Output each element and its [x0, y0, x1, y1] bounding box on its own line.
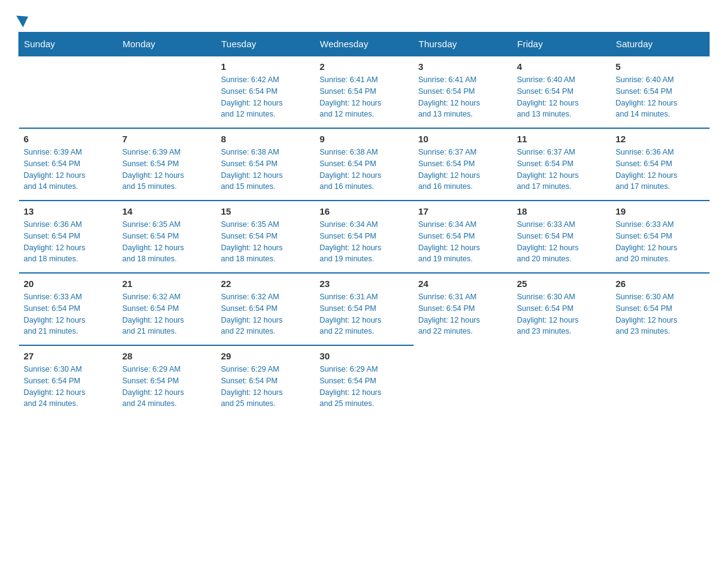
calendar-cell: 20Sunrise: 6:33 AM Sunset: 6:54 PM Dayli…	[19, 273, 118, 345]
day-of-week-header: Monday	[118, 33, 216, 56]
day-info: Sunrise: 6:40 AM Sunset: 6:54 PM Dayligh…	[616, 74, 705, 120]
day-info: Sunrise: 6:32 AM Sunset: 6:54 PM Dayligh…	[123, 291, 211, 337]
day-number: 2	[320, 61, 409, 72]
calendar-week-row: 13Sunrise: 6:36 AM Sunset: 6:54 PM Dayli…	[19, 201, 710, 273]
day-number: 6	[24, 134, 113, 144]
calendar-cell: 17Sunrise: 6:34 AM Sunset: 6:54 PM Dayli…	[414, 201, 512, 273]
calendar-cell: 9Sunrise: 6:38 AM Sunset: 6:54 PM Daylig…	[315, 128, 414, 201]
calendar-header-row: SundayMondayTuesdayWednesdayThursdayFrid…	[19, 33, 710, 56]
logo	[18, 12, 29, 26]
day-number: 21	[123, 278, 211, 289]
day-of-week-header: Sunday	[19, 33, 118, 56]
day-of-week-header: Tuesday	[216, 33, 315, 56]
calendar-cell: 10Sunrise: 6:37 AM Sunset: 6:54 PM Dayli…	[414, 128, 512, 201]
day-number: 9	[320, 134, 409, 144]
day-of-week-header: Wednesday	[315, 33, 414, 56]
day-info: Sunrise: 6:41 AM Sunset: 6:54 PM Dayligh…	[320, 74, 409, 120]
calendar-week-row: 6Sunrise: 6:39 AM Sunset: 6:54 PM Daylig…	[19, 128, 710, 201]
day-info: Sunrise: 6:39 AM Sunset: 6:54 PM Dayligh…	[24, 147, 113, 193]
day-number: 18	[517, 206, 606, 216]
day-info: Sunrise: 6:33 AM Sunset: 6:54 PM Dayligh…	[616, 219, 705, 265]
logo-name	[18, 12, 29, 26]
calendar-cell: 12Sunrise: 6:36 AM Sunset: 6:54 PM Dayli…	[611, 128, 710, 201]
day-number: 14	[123, 206, 211, 216]
day-number: 28	[123, 351, 211, 361]
day-info: Sunrise: 6:29 AM Sunset: 6:54 PM Dayligh…	[320, 364, 409, 410]
day-info: Sunrise: 6:36 AM Sunset: 6:54 PM Dayligh…	[24, 219, 113, 265]
day-info: Sunrise: 6:38 AM Sunset: 6:54 PM Dayligh…	[320, 147, 409, 193]
day-info: Sunrise: 6:34 AM Sunset: 6:54 PM Dayligh…	[320, 219, 409, 265]
calendar-cell: 15Sunrise: 6:35 AM Sunset: 6:54 PM Dayli…	[216, 201, 315, 273]
day-number: 4	[517, 61, 606, 72]
calendar-cell: 4Sunrise: 6:40 AM Sunset: 6:54 PM Daylig…	[512, 56, 611, 128]
calendar-cell: 7Sunrise: 6:39 AM Sunset: 6:54 PM Daylig…	[118, 128, 216, 201]
calendar-cell: 23Sunrise: 6:31 AM Sunset: 6:54 PM Dayli…	[315, 273, 414, 345]
calendar-cell: 2Sunrise: 6:41 AM Sunset: 6:54 PM Daylig…	[315, 56, 414, 128]
calendar-cell: 29Sunrise: 6:29 AM Sunset: 6:54 PM Dayli…	[216, 345, 315, 417]
calendar-cell: 21Sunrise: 6:32 AM Sunset: 6:54 PM Dayli…	[118, 273, 216, 345]
calendar-cell: 18Sunrise: 6:33 AM Sunset: 6:54 PM Dayli…	[512, 201, 611, 273]
day-number: 27	[24, 351, 113, 361]
day-info: Sunrise: 6:35 AM Sunset: 6:54 PM Dayligh…	[221, 219, 310, 265]
day-number: 1	[221, 61, 310, 72]
day-info: Sunrise: 6:40 AM Sunset: 6:54 PM Dayligh…	[517, 74, 606, 120]
calendar-cell: 3Sunrise: 6:41 AM Sunset: 6:54 PM Daylig…	[414, 56, 512, 128]
day-number: 23	[320, 278, 409, 289]
logo-arrow-icon	[17, 10, 32, 27]
day-info: Sunrise: 6:31 AM Sunset: 6:54 PM Dayligh…	[320, 291, 409, 337]
day-number: 12	[616, 134, 705, 144]
day-number: 10	[419, 134, 507, 144]
day-info: Sunrise: 6:29 AM Sunset: 6:54 PM Dayligh…	[123, 364, 211, 410]
day-info: Sunrise: 6:39 AM Sunset: 6:54 PM Dayligh…	[123, 147, 211, 193]
calendar-cell: 25Sunrise: 6:30 AM Sunset: 6:54 PM Dayli…	[512, 273, 611, 345]
calendar-cell	[512, 345, 611, 417]
day-info: Sunrise: 6:30 AM Sunset: 6:54 PM Dayligh…	[616, 291, 705, 337]
calendar-cell: 27Sunrise: 6:30 AM Sunset: 6:54 PM Dayli…	[19, 345, 118, 417]
day-number: 15	[221, 206, 310, 216]
calendar-cell: 30Sunrise: 6:29 AM Sunset: 6:54 PM Dayli…	[315, 345, 414, 417]
calendar-cell: 26Sunrise: 6:30 AM Sunset: 6:54 PM Dayli…	[611, 273, 710, 345]
day-info: Sunrise: 6:32 AM Sunset: 6:54 PM Dayligh…	[221, 291, 310, 337]
calendar-cell: 1Sunrise: 6:42 AM Sunset: 6:54 PM Daylig…	[216, 56, 315, 128]
day-of-week-header: Friday	[512, 33, 611, 56]
day-number: 11	[517, 134, 606, 144]
calendar-cell: 24Sunrise: 6:31 AM Sunset: 6:54 PM Dayli…	[414, 273, 512, 345]
calendar-table: SundayMondayTuesdayWednesdayThursdayFrid…	[18, 32, 710, 417]
calendar-cell: 8Sunrise: 6:38 AM Sunset: 6:54 PM Daylig…	[216, 128, 315, 201]
day-info: Sunrise: 6:37 AM Sunset: 6:54 PM Dayligh…	[517, 147, 606, 193]
calendar-cell: 14Sunrise: 6:35 AM Sunset: 6:54 PM Dayli…	[118, 201, 216, 273]
day-number: 7	[123, 134, 211, 144]
day-number: 22	[221, 278, 310, 289]
day-of-week-header: Saturday	[611, 33, 710, 56]
day-info: Sunrise: 6:37 AM Sunset: 6:54 PM Dayligh…	[419, 147, 507, 193]
day-of-week-header: Thursday	[414, 33, 512, 56]
day-number: 26	[616, 278, 705, 289]
day-number: 3	[419, 61, 507, 72]
calendar-cell: 6Sunrise: 6:39 AM Sunset: 6:54 PM Daylig…	[19, 128, 118, 201]
day-number: 20	[24, 278, 113, 289]
calendar-week-row: 1Sunrise: 6:42 AM Sunset: 6:54 PM Daylig…	[19, 56, 710, 128]
calendar-cell: 11Sunrise: 6:37 AM Sunset: 6:54 PM Dayli…	[512, 128, 611, 201]
day-info: Sunrise: 6:30 AM Sunset: 6:54 PM Dayligh…	[24, 364, 113, 410]
calendar-cell	[118, 56, 216, 128]
day-number: 5	[616, 61, 705, 72]
day-info: Sunrise: 6:34 AM Sunset: 6:54 PM Dayligh…	[419, 219, 507, 265]
calendar-cell	[611, 345, 710, 417]
day-number: 19	[616, 206, 705, 216]
day-number: 16	[320, 206, 409, 216]
day-info: Sunrise: 6:36 AM Sunset: 6:54 PM Dayligh…	[616, 147, 705, 193]
day-info: Sunrise: 6:38 AM Sunset: 6:54 PM Dayligh…	[221, 147, 310, 193]
day-number: 29	[221, 351, 310, 361]
day-info: Sunrise: 6:41 AM Sunset: 6:54 PM Dayligh…	[419, 74, 507, 120]
day-number: 30	[320, 351, 409, 361]
day-number: 25	[517, 278, 606, 289]
day-info: Sunrise: 6:42 AM Sunset: 6:54 PM Dayligh…	[221, 74, 310, 120]
day-number: 17	[419, 206, 507, 216]
calendar-cell	[414, 345, 512, 417]
day-info: Sunrise: 6:33 AM Sunset: 6:54 PM Dayligh…	[517, 219, 606, 265]
day-number: 13	[24, 206, 113, 216]
calendar-week-row: 27Sunrise: 6:30 AM Sunset: 6:54 PM Dayli…	[19, 345, 710, 417]
calendar-cell: 19Sunrise: 6:33 AM Sunset: 6:54 PM Dayli…	[611, 201, 710, 273]
day-info: Sunrise: 6:29 AM Sunset: 6:54 PM Dayligh…	[221, 364, 310, 410]
calendar-week-row: 20Sunrise: 6:33 AM Sunset: 6:54 PM Dayli…	[19, 273, 710, 345]
